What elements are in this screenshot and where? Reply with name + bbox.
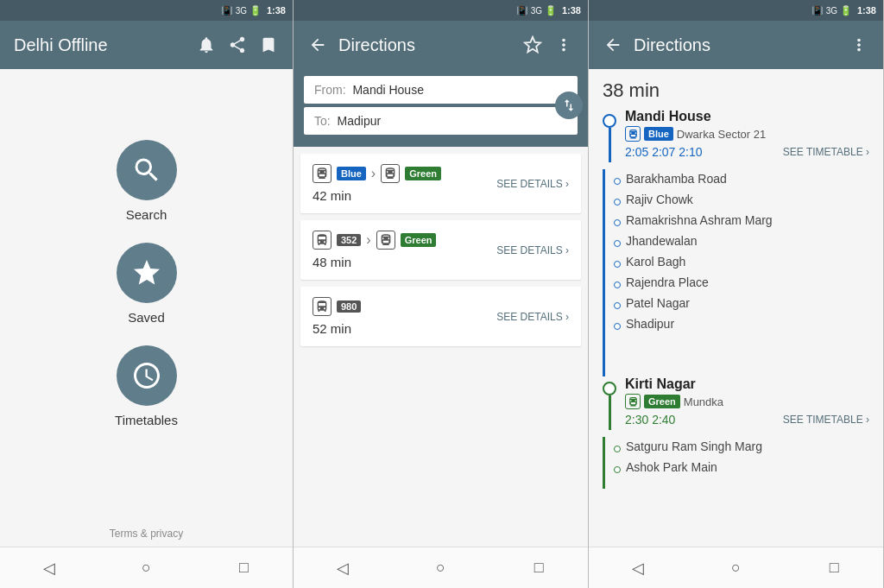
dot-jhandewalan	[614, 240, 621, 247]
route-3-modes: 980	[313, 297, 361, 316]
see-details-2[interactable]: SEE DETAILS ›	[496, 244, 569, 256]
stop-ramakrishna: Ramakrishna Ashram Marg	[614, 211, 869, 230]
kirti-nagar-row: Kirti Nagar Green Mundka 2:30 2:40 SEE T…	[603, 376, 869, 437]
mandi-house-content: Mandi House Blue Dwarka Sector 21 2:05 2…	[625, 109, 869, 169]
dot-shadipur	[614, 323, 621, 330]
stop-sections: Mandi House Blue Dwarka Sector 21 2:05 2…	[589, 109, 883, 489]
dot-satguru	[614, 446, 621, 452]
tl-blue-stops	[603, 169, 605, 376]
status-time-2: 1:38	[562, 5, 581, 16]
status-bar-3: 📳 3G 🔋 1:38	[589, 0, 883, 21]
stop-rajendra-name: Rajendra Place	[626, 275, 709, 289]
status-bar-2: 📳 3G 🔋 1:38	[294, 0, 588, 21]
home-nav-3[interactable]: ○	[722, 554, 749, 582]
stop-rajiv-name: Rajiv Chowk	[626, 193, 693, 206]
bottom-nav-1: ◁ ○ □	[0, 547, 293, 588]
to-value: Madipur	[338, 114, 382, 128]
metro-icon-1b	[381, 164, 400, 183]
blue-stops-section: Barakhamba Road Rajiv Chowk Ramakrishna …	[603, 169, 869, 376]
stop-patelnagar: Patel Nagar	[614, 294, 869, 313]
route-time-3: 52 min	[313, 321, 361, 336]
bus-num-2: 352	[337, 234, 361, 246]
back-nav-2[interactable]: ◁	[329, 554, 357, 582]
see-details-1[interactable]: SEE DETAILS ›	[496, 178, 569, 190]
recents-nav-2[interactable]: □	[525, 554, 552, 582]
metro-icon-1	[313, 164, 332, 183]
panel-directions: 📳 3G 🔋 1:38 Directions From: Mandi House…	[294, 0, 589, 588]
timetables-menu-item[interactable]: Timetables	[115, 345, 178, 427]
back-button-3[interactable]	[603, 35, 623, 55]
vibrate-icon-2: 📳	[516, 5, 528, 16]
kirti-nagar-content: Kirti Nagar Green Mundka 2:30 2:40 SEE T…	[625, 376, 869, 437]
vline-blue-stops	[603, 169, 605, 376]
stop-satguru: Satguru Ram Singh Marg	[614, 437, 869, 456]
route-item-2[interactable]: 352 › Green 48 min SEE DETAILS ›	[300, 220, 581, 280]
vibrate-icon-3: 📳	[811, 5, 824, 16]
mandi-house-name: Mandi House	[625, 109, 869, 124]
route-detail-scroll[interactable]: Mandi House Blue Dwarka Sector 21 2:05 2…	[589, 109, 883, 547]
status-bar-1: 📳 3G 🔋 1:38	[0, 0, 293, 21]
bus-icon-3	[313, 297, 332, 316]
stop-karolbagh: Karol Bagh	[614, 252, 869, 271]
blue-badge-1: Blue	[337, 167, 366, 180]
back-nav-3[interactable]: ◁	[624, 554, 652, 582]
stop-shadipur: Shadipur	[614, 314, 869, 333]
terms-text[interactable]: Terms & privacy	[0, 528, 293, 540]
green-badge-kn: Green	[644, 395, 680, 408]
recents-nav-1[interactable]: □	[230, 554, 258, 582]
signal-icon: 3G	[236, 6, 247, 16]
green-stops-section: Satguru Ram Singh Marg Ashok Park Main	[603, 437, 869, 489]
route-item-3[interactable]: 980 52 min SEE DETAILS ›	[300, 287, 581, 346]
to-field[interactable]: To: Madipur	[304, 107, 578, 135]
metro-icon-kn	[625, 394, 641, 409]
dot-mandi-house	[603, 114, 616, 128]
overflow-button-3[interactable]	[849, 35, 869, 55]
bus-num-3: 980	[337, 300, 361, 313]
dot-ashok	[614, 466, 621, 473]
vline-after-mandi	[609, 128, 611, 162]
arrow-icon-1: ›	[371, 166, 376, 181]
route-duration: 38 min	[589, 69, 883, 109]
signal-icon-3: 3G	[826, 6, 837, 16]
bookmark-button[interactable]	[258, 35, 279, 55]
app-bar-3: Directions	[589, 21, 883, 69]
route-item-1[interactable]: Blue › Green 42 min SEE DETAILS ›	[300, 154, 581, 213]
stop-jhandewalan: Jhandewalan	[614, 231, 869, 250]
recents-nav-3[interactable]: □	[820, 554, 848, 582]
from-field[interactable]: From: Mandi House	[304, 76, 578, 104]
dot-rajendra	[614, 281, 621, 288]
dot-barakhamba	[614, 178, 621, 185]
panel-main: 📳 3G 🔋 1:38 Delhi Offline Search	[0, 0, 294, 588]
status-icons-3: 📳 3G 🔋	[811, 5, 852, 16]
signal-icon-2: 3G	[531, 6, 542, 16]
status-icons-2: 📳 3G 🔋	[516, 5, 557, 16]
timetable-row-mh: 2:05 2:07 2:10 SEE TIMETABLE ›	[625, 145, 869, 159]
stop-ashok-name: Ashok Park Main	[626, 460, 717, 474]
search-menu-item[interactable]: Search	[117, 140, 177, 222]
share-button[interactable]	[227, 35, 248, 55]
saved-menu-item[interactable]: Saved	[117, 243, 177, 325]
status-icons-1: 📳 3G 🔋	[221, 5, 262, 16]
menu-button-2[interactable]	[553, 35, 574, 55]
stop-jhandewalan-name: Jhandewalan	[626, 234, 698, 248]
back-button-2[interactable]	[307, 35, 328, 55]
see-timetable-mh[interactable]: SEE TIMETABLE ›	[783, 146, 869, 158]
directions-form: From: Mandi House To: Madipur	[294, 69, 588, 147]
back-nav-1[interactable]: ◁	[35, 554, 63, 582]
dot-kirti-nagar	[603, 382, 616, 395]
star-button-2[interactable]	[522, 35, 543, 55]
swap-button[interactable]	[555, 92, 583, 119]
route-list: Blue › Green 42 min SEE DETAILS › 352	[294, 147, 588, 547]
see-details-3[interactable]: SEE DETAILS ›	[496, 311, 569, 323]
bell-button[interactable]	[196, 35, 217, 55]
home-nav-2[interactable]: ○	[426, 554, 454, 582]
home-nav-1[interactable]: ○	[133, 554, 161, 582]
mandi-house-row: Mandi House Blue Dwarka Sector 21 2:05 2…	[603, 109, 869, 169]
stop-rajiv: Rajiv Chowk	[614, 190, 869, 209]
battery-icon: 🔋	[249, 5, 262, 16]
metro-icon-2	[376, 231, 395, 250]
see-timetable-kn[interactable]: SEE TIMETABLE ›	[783, 414, 869, 426]
search-label: Search	[126, 207, 167, 222]
stop-barakhamba-name: Barakhamba Road	[626, 172, 727, 186]
from-value: Mandi House	[352, 83, 424, 97]
